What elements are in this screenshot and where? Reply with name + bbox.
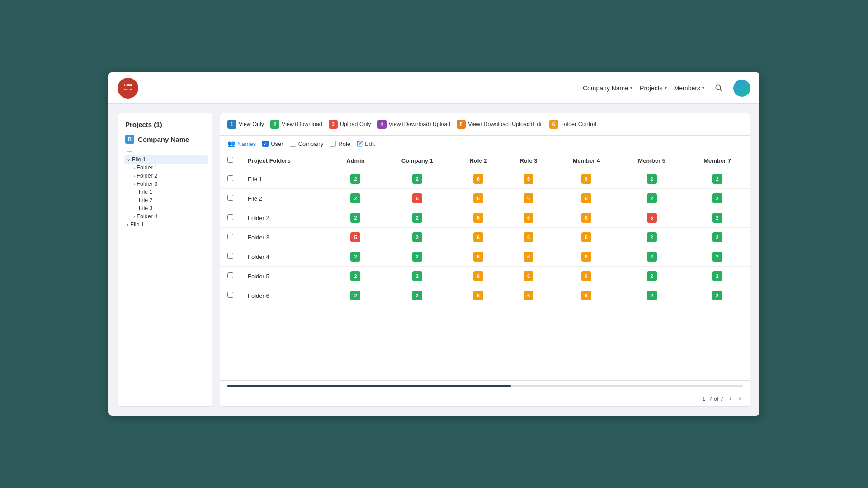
permission-badge[interactable]: 2 bbox=[712, 271, 722, 281]
cell-member4[interactable]: 6 bbox=[553, 267, 619, 286]
cell-member7[interactable]: 2 bbox=[684, 208, 750, 228]
permission-badge[interactable]: 5 bbox=[647, 213, 657, 223]
cell-admin[interactable]: 2 bbox=[330, 189, 381, 208]
cell-member7[interactable]: 2 bbox=[684, 286, 750, 305]
cell-role3[interactable]: 6 bbox=[503, 267, 553, 286]
cell-role3[interactable]: 6 bbox=[503, 247, 553, 267]
cell-admin[interactable]: 2 bbox=[330, 267, 381, 286]
cell-member7[interactable]: 2 bbox=[684, 267, 750, 286]
cell-role2[interactable]: 6 bbox=[453, 247, 504, 267]
permission-badge[interactable]: 5 bbox=[412, 193, 422, 203]
permission-badge[interactable]: 2 bbox=[350, 252, 360, 262]
row-checkbox[interactable] bbox=[227, 253, 233, 259]
permission-badge[interactable]: 6 bbox=[524, 271, 533, 281]
permission-badge[interactable]: 6 bbox=[524, 291, 533, 300]
tree-item-file3-sub[interactable]: File 3 bbox=[127, 204, 205, 212]
row-checkbox[interactable] bbox=[227, 214, 233, 220]
permission-badge[interactable]: 2 bbox=[647, 193, 657, 203]
permission-badge[interactable]: 6 bbox=[581, 291, 591, 300]
cell-member4[interactable]: 6 bbox=[553, 247, 619, 267]
cell-member5[interactable]: 2 bbox=[619, 189, 684, 208]
members-nav[interactable]: Members ▾ bbox=[674, 84, 704, 92]
role-checkbox[interactable] bbox=[330, 141, 336, 147]
permission-badge[interactable]: 6 bbox=[473, 174, 483, 184]
tree-item-file2-sub[interactable]: File 2 bbox=[127, 196, 205, 204]
permission-badge[interactable]: 6 bbox=[473, 213, 483, 223]
permission-badge[interactable]: 6 bbox=[581, 213, 591, 223]
cell-member5[interactable]: 2 bbox=[619, 169, 684, 189]
cell-role3[interactable]: 6 bbox=[503, 169, 553, 189]
cell-member5[interactable]: 2 bbox=[619, 247, 684, 267]
cell-member4[interactable]: 6 bbox=[553, 208, 619, 228]
cell-member7[interactable]: 2 bbox=[684, 189, 750, 208]
permission-badge[interactable]: 2 bbox=[712, 213, 722, 223]
cell-member7[interactable]: 2 bbox=[684, 228, 750, 247]
permission-badge[interactable]: 6 bbox=[524, 252, 533, 262]
company-checkbox[interactable] bbox=[290, 141, 296, 147]
permission-badge[interactable]: 6 bbox=[473, 271, 483, 281]
permission-badge[interactable]: 6 bbox=[473, 232, 483, 242]
cell-admin[interactable]: 2 bbox=[330, 247, 381, 267]
permission-badge[interactable]: 6 bbox=[473, 193, 483, 203]
cell-admin[interactable]: 2 bbox=[330, 169, 381, 189]
permission-badge[interactable]: 6 bbox=[524, 174, 533, 184]
toolbar-company[interactable]: Company bbox=[290, 141, 324, 147]
permission-badge[interactable]: 2 bbox=[647, 174, 657, 184]
permission-badge[interactable]: 6 bbox=[524, 193, 533, 203]
cell-member7[interactable]: 2 bbox=[684, 169, 750, 189]
select-all-checkbox[interactable] bbox=[227, 157, 233, 163]
cell-role3[interactable]: 6 bbox=[503, 286, 553, 305]
cell-member4[interactable]: 6 bbox=[553, 286, 619, 305]
cell-member5[interactable]: 2 bbox=[619, 286, 684, 305]
cell-admin[interactable]: 5 bbox=[330, 228, 381, 247]
tree-item-file1[interactable]: ∨ File 1 bbox=[124, 155, 208, 164]
permission-badge[interactable]: 6 bbox=[524, 232, 533, 242]
row-checkbox[interactable] bbox=[227, 292, 233, 298]
cell-member4[interactable]: 6 bbox=[553, 189, 619, 208]
tree-item-folder2[interactable]: › Folder 2 bbox=[127, 172, 205, 180]
pagination-prev[interactable]: ‹ bbox=[727, 394, 733, 403]
permission-badge[interactable]: 6 bbox=[524, 213, 533, 223]
cell-company1[interactable]: 5 bbox=[381, 189, 453, 208]
company-name-nav[interactable]: Company Name ▾ bbox=[583, 84, 632, 92]
cell-role2[interactable]: 6 bbox=[453, 169, 504, 189]
permission-badge[interactable]: 6 bbox=[581, 232, 591, 242]
permission-badge[interactable]: 2 bbox=[412, 232, 422, 242]
cell-role3[interactable]: 6 bbox=[503, 228, 553, 247]
cell-role3[interactable]: 6 bbox=[503, 208, 553, 228]
permission-badge[interactable]: 2 bbox=[350, 213, 360, 223]
cell-admin[interactable]: 2 bbox=[330, 286, 381, 305]
permission-badge[interactable]: 2 bbox=[412, 252, 422, 262]
permission-badge[interactable]: 2 bbox=[350, 193, 360, 203]
cell-member4[interactable]: 6 bbox=[553, 169, 619, 189]
cell-role2[interactable]: 6 bbox=[453, 208, 504, 228]
tree-item-file1-root2[interactable]: › File 1 bbox=[127, 221, 205, 229]
toolbar-role[interactable]: Role bbox=[330, 141, 350, 147]
permission-badge[interactable]: 2 bbox=[712, 193, 722, 203]
toolbar-user[interactable]: ✓ User bbox=[262, 141, 283, 147]
tree-item-file1-sub[interactable]: File 1 bbox=[127, 188, 205, 196]
edit-button[interactable]: Edit bbox=[357, 141, 375, 147]
cell-member5[interactable]: 2 bbox=[619, 228, 684, 247]
permission-badge[interactable]: 2 bbox=[350, 271, 360, 281]
permission-badge[interactable]: 2 bbox=[712, 232, 722, 242]
tree-item-folder1[interactable]: › Folder 1 bbox=[127, 164, 205, 172]
permission-badge[interactable]: 2 bbox=[412, 271, 422, 281]
permission-badge[interactable]: 6 bbox=[581, 193, 591, 203]
projects-nav[interactable]: Projects ▾ bbox=[640, 84, 667, 92]
row-checkbox[interactable] bbox=[227, 175, 233, 181]
permission-badge[interactable]: 2 bbox=[412, 174, 422, 184]
cell-company1[interactable]: 2 bbox=[381, 169, 453, 189]
cell-company1[interactable]: 2 bbox=[381, 208, 453, 228]
permission-badge[interactable]: 6 bbox=[581, 252, 591, 262]
cell-role2[interactable]: 6 bbox=[453, 228, 504, 247]
toolbar-names[interactable]: 👥 Names bbox=[227, 140, 256, 147]
avatar[interactable] bbox=[733, 80, 750, 97]
permission-badge[interactable]: 2 bbox=[712, 291, 722, 300]
scroll-thumb[interactable] bbox=[227, 385, 511, 387]
row-checkbox[interactable] bbox=[227, 195, 233, 201]
cell-company1[interactable]: 2 bbox=[381, 228, 453, 247]
cell-company1[interactable]: 2 bbox=[381, 286, 453, 305]
tree-item-folder3[interactable]: › Folder 3 bbox=[127, 180, 205, 188]
permission-badge[interactable]: 2 bbox=[412, 291, 422, 300]
